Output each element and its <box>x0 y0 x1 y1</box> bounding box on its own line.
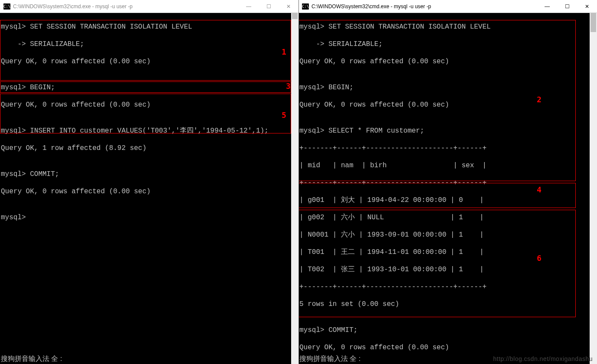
right-terminal[interactable]: mysql> SET SESSION TRANSACTION ISOLATION… <box>298 13 597 364</box>
term-line: mysql> SET SESSION TRANSACTION ISOLATION… <box>299 23 597 31</box>
minimize-button[interactable]: — <box>537 0 557 13</box>
term-line: mysql> BEGIN; <box>1 83 298 92</box>
ime-footer-right: 搜狗拼音输入法 全 : <box>298 354 361 364</box>
scrollbar-thumb[interactable] <box>591 13 596 32</box>
term-line: Query OK, 1 row affected (8.92 sec) <box>1 144 298 153</box>
right-titlebar[interactable]: C:\ C:\WINDOWS\system32\cmd.exe - mysql … <box>298 0 597 13</box>
term-line: +-------+------+---------------------+--… <box>299 179 597 187</box>
term-line: | g002 | 六小 | NULL | 1 | <box>299 213 597 222</box>
scrollbar-thumb[interactable] <box>292 13 298 19</box>
annot-num-5: 5 <box>282 111 286 120</box>
right-scrollbar[interactable] <box>590 13 597 364</box>
left-terminal[interactable]: mysql> SET SESSION TRANSACTION ISOLATION… <box>0 13 298 364</box>
term-line: -> SERIALIZABLE; <box>299 40 597 49</box>
right-title-text: C:\WINDOWS\system32\cmd.exe - mysql -u u… <box>311 3 431 10</box>
term-line: -> SERIALIZABLE; <box>1 40 298 49</box>
left-titlebar[interactable]: C:\ C:\WINDOWS\system32\cmd.exe - mysql … <box>0 0 298 13</box>
close-button[interactable]: ✕ <box>279 0 298 13</box>
term-line: | T002 | 张三 | 1993-10-01 00:00:00 | 1 | <box>299 265 597 274</box>
annot-num-1: 1 <box>282 48 286 56</box>
term-line: mysql> SET SESSION TRANSACTION ISOLATION… <box>1 23 298 31</box>
term-line: Query OK, 0 rows affected (0.00 sec) <box>1 187 298 196</box>
term-line: mysql> BEGIN; <box>299 83 597 92</box>
maximize-button[interactable]: ☐ <box>259 0 279 13</box>
term-line: Query OK, 0 rows affected (0.00 sec) <box>1 57 298 66</box>
minimize-button[interactable]: — <box>239 0 259 13</box>
term-line: mysql> <box>1 213 298 222</box>
cmd-icon: C:\ <box>3 3 10 10</box>
left-scrollbar[interactable] <box>291 13 298 364</box>
ime-footer-left: 搜狗拼音输入法 全 : <box>0 354 63 364</box>
term-line: Query OK, 0 rows affected (0.00 sec) <box>299 343 597 352</box>
left-title-text: C:\WINDOWS\system32\cmd.exe - mysql -u u… <box>13 3 133 10</box>
shell: C:\ C:\WINDOWS\system32\cmd.exe - mysql … <box>0 0 597 364</box>
term-line: 5 rows in set (0.00 sec) <box>299 300 597 309</box>
term-line: mysql> COMMIT; <box>1 170 298 179</box>
term-line: | g001 | 刘大 | 1994-04-22 00:00:00 | 0 | <box>299 196 597 205</box>
term-line: Query OK, 0 rows affected (0.00 sec) <box>299 57 597 66</box>
cmd-icon: C:\ <box>302 3 309 10</box>
close-button[interactable]: ✕ <box>577 0 597 13</box>
term-line: +-------+------+---------------------+--… <box>299 283 597 291</box>
maximize-button[interactable]: ☐ <box>557 0 577 13</box>
term-line: mysql> COMMIT; <box>299 326 597 335</box>
term-line: +-------+------+---------------------+--… <box>299 144 597 153</box>
term-line: | mid | nam | birh | sex | <box>299 161 597 170</box>
left-window: C:\ C:\WINDOWS\system32\cmd.exe - mysql … <box>0 0 298 364</box>
term-line: mysql> SELECT * FROM customer; <box>299 127 597 135</box>
watermark: http://blog.csdn.net/moxigandashu <box>493 355 593 362</box>
term-line: | T001 | 王二 | 1994-11-01 00:00:00 | 1 | <box>299 248 597 257</box>
term-line: mysql> INSERT INTO customer VALUES('T003… <box>1 127 298 135</box>
window-divider <box>298 0 299 364</box>
term-line: Query OK, 0 rows affected (0.00 sec) <box>1 101 298 109</box>
term-line: Query OK, 0 rows affected (0.00 sec) <box>299 101 597 109</box>
right-window: C:\ C:\WINDOWS\system32\cmd.exe - mysql … <box>298 0 597 364</box>
term-line: | N0001 | 六小 | 1993-09-01 00:00:00 | 1 | <box>299 231 597 239</box>
